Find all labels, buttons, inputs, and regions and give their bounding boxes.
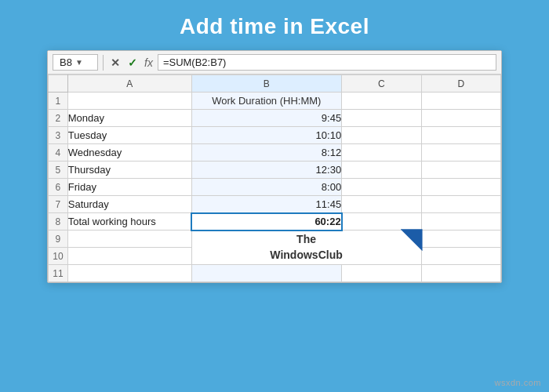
cell-b7[interactable]: 11:45 <box>191 196 342 213</box>
cell-reference-box[interactable]: B8 ▼ <box>53 54 98 71</box>
cell-a2[interactable]: Monday <box>67 110 191 127</box>
row-num-3: 3 <box>49 127 68 144</box>
cell-c5[interactable] <box>342 162 421 179</box>
watermark-cell: The WindowsClub <box>191 230 421 265</box>
cell-d7[interactable] <box>421 196 500 213</box>
cell-a6[interactable]: Friday <box>67 179 191 196</box>
table-row: 1 Work Duration (HH:MM) <box>49 93 501 110</box>
cell-ref-label: B8 <box>60 56 72 68</box>
row-num-1: 1 <box>49 93 68 110</box>
table-row: 11 <box>49 265 501 282</box>
cell-d5[interactable] <box>421 162 500 179</box>
cell-d9[interactable] <box>421 230 500 248</box>
row-num-2: 2 <box>49 110 68 127</box>
cancel-formula-button[interactable]: ✕ <box>108 56 122 69</box>
watermark-line2: WindowsClub <box>270 248 342 263</box>
cell-c11[interactable] <box>342 265 421 282</box>
table-row: 8 Total working hours 60:22 <box>49 213 501 230</box>
fx-icon: fx <box>144 56 153 69</box>
row-num-5: 5 <box>49 162 68 179</box>
table-row: 9 The WindowsClub <box>49 230 501 248</box>
formula-bar-divider <box>103 55 104 71</box>
cell-d10[interactable] <box>421 248 500 265</box>
cell-d1[interactable] <box>421 93 500 110</box>
table-row: 7 Saturday 11:45 <box>49 196 501 213</box>
row-num-8: 8 <box>49 213 68 230</box>
cell-b6[interactable]: 8:00 <box>191 179 342 196</box>
cell-c3[interactable] <box>342 127 421 144</box>
cell-b11[interactable] <box>191 265 342 282</box>
col-header-b[interactable]: B <box>191 75 342 93</box>
cell-d11[interactable] <box>421 265 500 282</box>
spreadsheet-grid: A B C D 1 Work Duration (HH:MM) 2 Monday… <box>48 74 501 282</box>
watermark-url: wsxdn.com <box>494 378 541 387</box>
table-row: 5 Thursday 12:30 <box>49 162 501 179</box>
row-num-11: 11 <box>49 265 68 282</box>
cell-a8[interactable]: Total working hours <box>67 213 191 230</box>
cell-b8-active[interactable]: 60:22 <box>191 213 342 230</box>
confirm-formula-button[interactable]: ✓ <box>125 56 140 69</box>
table-row: 2 Monday 9:45 <box>49 110 501 127</box>
cell-c6[interactable] <box>342 179 421 196</box>
cell-b5[interactable]: 12:30 <box>191 162 342 179</box>
watermark: The WindowsClub <box>192 232 421 263</box>
cell-d2[interactable] <box>421 110 500 127</box>
cell-b4[interactable]: 8:12 <box>191 144 342 162</box>
row-num-7: 7 <box>49 196 68 213</box>
cell-c4[interactable] <box>342 144 421 162</box>
cell-a9[interactable] <box>67 230 191 248</box>
cell-b2[interactable]: 9:45 <box>191 110 342 127</box>
formula-bar: B8 ▼ ✕ ✓ fx <box>48 51 501 74</box>
formula-input[interactable] <box>158 54 496 71</box>
cell-c7[interactable] <box>342 196 421 213</box>
table-row: 3 Tuesday 10:10 <box>49 127 501 144</box>
col-header-d[interactable]: D <box>421 75 500 93</box>
cell-c2[interactable] <box>342 110 421 127</box>
cell-b3[interactable]: 10:10 <box>191 127 342 144</box>
corner-cell <box>49 75 68 93</box>
cell-b1[interactable]: Work Duration (HH:MM) <box>191 93 342 110</box>
cell-a3[interactable]: Tuesday <box>67 127 191 144</box>
row-num-6: 6 <box>49 179 68 196</box>
cell-a11[interactable] <box>67 265 191 282</box>
windowsclub-logo-icon <box>401 229 423 251</box>
cell-a1[interactable] <box>67 93 191 110</box>
cell-d8[interactable] <box>421 213 500 230</box>
row-num-10: 10 <box>49 248 68 265</box>
cell-c8[interactable] <box>342 213 421 230</box>
watermark-line1: The <box>296 232 316 248</box>
excel-window: B8 ▼ ✕ ✓ fx A B C D 1 Work Duration (HH:… <box>47 50 502 283</box>
cell-ref-dropdown-arrow[interactable]: ▼ <box>75 58 83 67</box>
cell-a10[interactable] <box>67 248 191 265</box>
cell-c1[interactable] <box>342 93 421 110</box>
table-row: 4 Wednesday 8:12 <box>49 144 501 162</box>
cell-a5[interactable]: Thursday <box>67 162 191 179</box>
col-header-c[interactable]: C <box>342 75 421 93</box>
row-num-9: 9 <box>49 230 68 248</box>
cell-a7[interactable]: Saturday <box>67 196 191 213</box>
column-header-row: A B C D <box>49 75 501 93</box>
cell-d6[interactable] <box>421 179 500 196</box>
cell-d3[interactable] <box>421 127 500 144</box>
cell-d4[interactable] <box>421 144 500 162</box>
page-title: Add time in Excel <box>180 14 369 39</box>
col-header-a[interactable]: A <box>67 75 191 93</box>
cell-a4[interactable]: Wednesday <box>67 144 191 162</box>
table-row: 6 Friday 8:00 <box>49 179 501 196</box>
row-num-4: 4 <box>49 144 68 162</box>
